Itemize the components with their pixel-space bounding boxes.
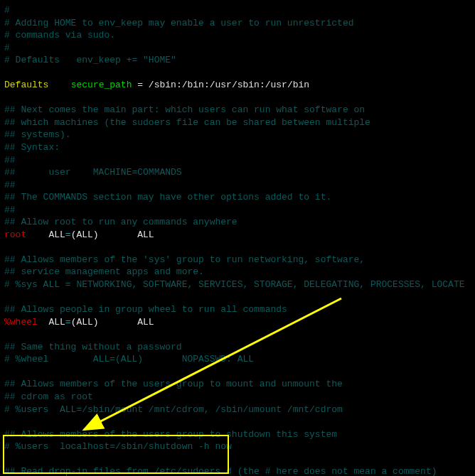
editor-line: root ALL=(ALL) ALL: [4, 229, 471, 242]
editor-line: # %wheel ALL=(ALL) NOPASSWD: ALL: [4, 353, 471, 366]
editor-line: [4, 366, 471, 379]
editor-line: %wheel ALL=(ALL) ALL: [4, 316, 471, 329]
editor-line: ## service management apps and more.: [4, 266, 471, 278]
editor-line: ## The COMMANDS section may have other o…: [4, 191, 471, 204]
editor-line: ## Same thing without a password: [4, 341, 471, 354]
editor-line: ##: [4, 179, 471, 192]
editor-line: Defaults secure_path = /sbin:/bin:/usr/s…: [4, 79, 471, 92]
editor-line: # Defaults env_keep += "HOME": [4, 54, 471, 67]
editor-line: #: [4, 42, 471, 55]
editor-line: #: [4, 4, 471, 17]
editor-line: # Adding HOME to env_keep may enable a u…: [4, 17, 471, 30]
editor-line: ##: [4, 154, 471, 167]
editor-line: [4, 416, 471, 428]
editor-line: # commands via sudo.: [4, 29, 471, 42]
editor-line: [4, 291, 471, 304]
editor-line: # %users localhost=/sbin/shutdown -h now: [4, 440, 471, 453]
editor-line: ## user MACHINE=COMMANDS: [4, 166, 471, 179]
editor-line: # %users ALL=/sbin/mount /mnt/cdrom, /sb…: [4, 404, 471, 416]
editor-line: ## which machines (the sudoers file can …: [4, 117, 471, 129]
editor-line: ## cdrom as root: [4, 391, 471, 404]
editor-line: [4, 241, 471, 254]
terminal-editor[interactable]: ## Adding HOME to env_keep may enable a …: [4, 4, 471, 476]
editor-line: ##: [4, 204, 471, 217]
editor-line: ## Allows members of the 'sys' group to …: [4, 254, 471, 266]
editor-line: ## Read drop-in files from /etc/sudoers.…: [4, 465, 471, 476]
editor-line: ## Allows members of the users group to …: [4, 378, 471, 391]
editor-line: [4, 453, 471, 466]
editor-line: ## Syntax:: [4, 141, 471, 154]
editor-line: [4, 67, 471, 80]
editor-line: # %sys ALL = NETWORKING, SOFTWARE, SERVI…: [4, 278, 471, 291]
editor-line: ## systems).: [4, 129, 471, 141]
editor-line: ## Next comes the main part: which users…: [4, 104, 471, 117]
editor-line: ## Allows people in group wheel to run a…: [4, 303, 471, 316]
editor-line: [4, 92, 471, 104]
editor-line: [4, 328, 471, 341]
editor-line: ## Allow root to run any commands anywhe…: [4, 216, 471, 229]
editor-line: ## Allows members of the users group to …: [4, 428, 471, 441]
